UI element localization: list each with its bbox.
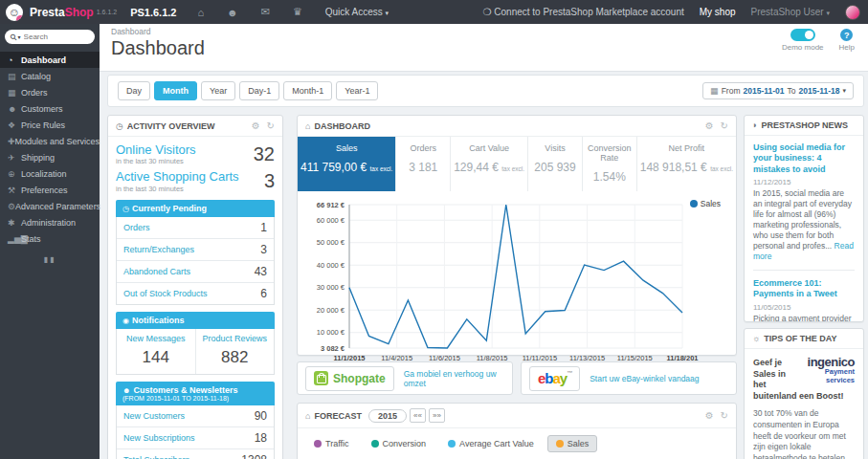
ebay-logo[interactable]: ebay™ <box>529 366 580 391</box>
marketplace-connect-link[interactable]: ❍ Connect to PrestaShop Marketplace acco… <box>483 7 684 17</box>
activity-icon: ◷ <box>116 121 123 131</box>
range-month-1-button[interactable]: Month-1 <box>283 81 332 100</box>
news-item-title[interactable]: Using social media for your business: 4 … <box>753 142 855 175</box>
quick-access-menu[interactable]: Quick Access ▾ <box>325 7 389 17</box>
active-carts-value: 3 <box>264 170 275 192</box>
date-from: 2015-11-01 <box>743 86 784 96</box>
kpi-sales[interactable]: Sales411 759,00 € tax excl. <box>298 137 396 191</box>
news-item-excerpt: Picking a payment provider is one of the… <box>753 314 855 322</box>
dashboard-icon: ◔ <box>8 55 21 65</box>
sidebar-item-dashboard[interactable]: ◔Dashboard <box>0 52 100 68</box>
my-shop-link[interactable]: My shop <box>700 7 736 17</box>
pending-row-orders: Orders1 <box>117 217 274 238</box>
active-carts-link[interactable]: Active Shopping Carts <box>116 170 239 184</box>
achievements-trophy-icon[interactable]: ♛ <box>293 6 302 18</box>
dashboard-panel: ⌂ DASHBOARD ⚙ ↻ Sales411 759,00 € tax ex… <box>297 115 737 356</box>
forecast-legend: Traffic Conversion Average Cart Value Sa… <box>298 428 736 459</box>
help-icon[interactable]: ? <box>840 29 853 41</box>
customers-row-new-customers: New Customers90 <box>117 405 274 426</box>
ingenico-logo[interactable]: ingenico Payment services <box>795 356 855 384</box>
sidebar-item-catalog[interactable]: ▤Catalog <box>0 68 100 84</box>
sidebar-item-price-rules[interactable]: ❖Price Rules <box>0 117 100 133</box>
user-avatar[interactable] <box>845 5 860 20</box>
marketplace-icon: ❍ <box>483 7 492 17</box>
page-title: Dashboard <box>100 36 868 59</box>
kpi-net-profit[interactable]: Net Profit148 918,51 € tax excl. <box>637 137 736 191</box>
kpi-conversion-rate[interactable]: Conversion Rate1.54% <box>583 137 637 191</box>
gear-icon[interactable]: ⚙ <box>705 120 714 131</box>
modules-icon: ✚ <box>8 137 15 146</box>
forecast-year[interactable]: 2015 <box>368 409 407 423</box>
range-day-1-button[interactable]: Day-1 <box>239 81 279 100</box>
customers-row-total-subscribers: Total Subscribers1308 <box>117 448 274 459</box>
sidebar-search[interactable]: ⚲ ▾ <box>5 30 95 44</box>
messages-icon[interactable]: ✉ <box>261 6 270 18</box>
sidebar-item-modules[interactable]: ✚Modules and Services <box>0 133 100 149</box>
news-item-title[interactable]: Ecommerce 101: Payments in a Tweet <box>753 278 855 300</box>
brand-name: PrestaShop <box>30 6 94 19</box>
pending-row-out-of-stock: Out of Stock Products6 <box>117 282 274 304</box>
notifications-section: ◉Notifications New Messages144 Product R… <box>116 312 275 375</box>
ebay-logo-text: ebay™ <box>538 370 571 386</box>
sidebar-item-stats[interactable]: ▂▅▇Stats <box>0 230 100 247</box>
shopgate-logo[interactable]: Shopgate <box>305 366 394 391</box>
gear-icon[interactable]: ⚙ <box>252 120 260 131</box>
gear-icon[interactable]: ⚙ <box>705 410 714 421</box>
kpi-visits[interactable]: Visits205 939 <box>528 137 583 191</box>
user-menu[interactable]: PrestaShop User ▾ <box>751 7 830 17</box>
news-item-date: 11/12/2015 <box>753 178 855 186</box>
chart-legend[interactable]: Sales <box>690 199 721 208</box>
demo-mode-control: Demo mode <box>782 29 824 52</box>
traffic-dot <box>314 440 322 448</box>
svg-text:50 000 €: 50 000 € <box>317 238 345 247</box>
sidebar-item-advanced-parameters[interactable]: ⚙Advanced Parameters <box>0 198 100 214</box>
forecast-next-button[interactable]: »» <box>429 408 445 423</box>
sidebar-item-localization[interactable]: ⊕Localization <box>0 165 100 182</box>
shipping-icon: ✈ <box>8 153 21 163</box>
lightbulb-icon: ☼ <box>752 334 760 343</box>
tips-body-text: 30 tot 70% van de consumenten in Europa … <box>753 408 855 459</box>
activity-title: ACTIVITY OVERVIEW <box>127 121 215 131</box>
kpi-orders[interactable]: Orders3 181 <box>396 137 451 191</box>
range-year-button[interactable]: Year <box>201 81 235 100</box>
demo-mode-toggle[interactable] <box>790 29 815 41</box>
sales-dot <box>556 440 564 448</box>
demo-mode-label: Demo mode <box>782 43 824 52</box>
forecast-title: FORECAST <box>314 411 362 421</box>
forecast-legend-conversion[interactable]: Conversion <box>363 435 435 452</box>
online-visitors-link[interactable]: Online Visitors <box>116 143 196 157</box>
kpi-cart-value[interactable]: Cart Value129,44 € tax excl. <box>451 137 528 191</box>
date-range-picker[interactable]: ▦ From2015-11-01 To2015-11-18 ▾ <box>702 82 854 99</box>
forecast-legend-sales[interactable]: Sales <box>547 435 598 452</box>
search-input[interactable] <box>24 33 79 41</box>
sidebar-item-customers[interactable]: ☻Customers <box>0 100 100 117</box>
forecast-prev-button[interactable]: «« <box>410 408 426 423</box>
forecast-legend-avg-cart-value[interactable]: Average Cart Value <box>439 435 543 452</box>
sidebar-item-shipping[interactable]: ✈Shipping <box>0 149 100 165</box>
sidebar-item-preferences[interactable]: ⚒Preferences <box>0 182 100 198</box>
shopgate-link[interactable]: Ga mobiel en verhoog uw omzet <box>404 369 504 388</box>
prestashop-logo-icon[interactable]: ☺ <box>6 4 23 21</box>
range-month-button[interactable]: Month <box>154 81 197 100</box>
rss-icon: ◗ <box>752 120 757 130</box>
sidebar-item-orders[interactable]: ▦Orders <box>0 84 100 100</box>
refresh-icon[interactable]: ↻ <box>721 120 728 131</box>
range-year-1-button[interactable]: Year-1 <box>336 81 378 100</box>
refresh-icon[interactable]: ↻ <box>267 120 275 131</box>
shopgate-bag-icon <box>314 371 328 385</box>
customers-quick-icon[interactable]: ☻ <box>227 7 238 18</box>
news-item: Ecommerce 101: Payments in a Tweet 11/05… <box>753 270 855 322</box>
sidebar-item-administration[interactable]: ✱Administration <box>0 214 100 230</box>
customers-icon: ☻ <box>8 104 21 114</box>
forecast-legend-traffic[interactable]: Traffic <box>305 435 358 452</box>
range-day-button[interactable]: Day <box>118 81 150 100</box>
currently-pending-section: ◷Currently Pending Orders1 Return/Exchan… <box>116 200 275 305</box>
breadcrumb[interactable]: Dashboard <box>100 24 868 36</box>
ebay-link[interactable]: Start uw eBay-winkel vandaag <box>590 374 699 383</box>
sidebar-collapse-button[interactable]: ▮▮ <box>0 255 100 264</box>
refresh-icon[interactable]: ↻ <box>721 410 728 421</box>
news-item-date: 11/05/2015 <box>753 303 855 312</box>
svg-text:66 912 €: 66 912 € <box>317 201 345 209</box>
news-item-excerpt: In 2015, social media are an integral pa… <box>753 188 855 262</box>
shop-cart-icon[interactable]: ⌂ <box>197 7 204 18</box>
